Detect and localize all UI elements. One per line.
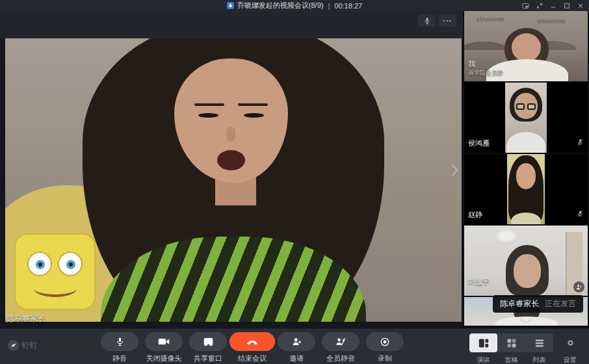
participants-sidebar: Womislife Womislife 我 商学院全员群 侯鸿雁 — [463, 11, 589, 328]
maximize-icon[interactable] — [564, 3, 570, 9]
participant-name: 我 — [468, 59, 475, 69]
video-background — [507, 154, 545, 224]
camera-off-button[interactable]: 关闭摄像头 — [142, 332, 186, 363]
mic-muted-icon — [577, 209, 584, 220]
gear-icon[interactable] — [565, 333, 576, 352]
dingtalk-brand: 钉钉 — [8, 340, 37, 351]
close-icon[interactable] — [577, 3, 584, 9]
camera-icon[interactable] — [145, 332, 183, 351]
record-icon[interactable] — [366, 332, 404, 351]
mute-button[interactable]: 静音 — [98, 332, 142, 363]
participant-group: 商学院全员群 — [468, 69, 503, 77]
mute-all-icon[interactable] — [322, 332, 360, 351]
toolbar-center-buttons: 静音 关闭摄像头 共享窗口 结束会议 — [98, 332, 407, 363]
settings-label: 设置 — [564, 356, 577, 364]
toast-speaker-name: 陈卓睿家长 — [500, 298, 539, 309]
bottom-toolbar: 钉钉 静音 关闭摄像头 共享窗口 — [0, 328, 589, 364]
participant-tile[interactable]: 刘傲宇 — [464, 226, 588, 296]
speaker-view-icon — [478, 338, 490, 348]
mute-all-button[interactable]: 全员静音 — [319, 332, 363, 363]
minimize-icon[interactable] — [550, 3, 556, 9]
spongebob-plush — [14, 233, 96, 310]
mic-muted-icon — [577, 137, 584, 149]
participant-name: 赵静 — [468, 210, 482, 220]
meeting-window: 乔晓娜发起的视频会议(8/9) | 00:18:27 ··· — [0, 0, 589, 364]
microphone-icon[interactable] — [101, 332, 138, 351]
share-window-icon[interactable] — [189, 332, 227, 351]
pip-icon[interactable] — [522, 3, 529, 9]
list-view-icon — [534, 339, 545, 348]
next-speaker-chevron-icon[interactable] — [449, 161, 460, 180]
end-call-icon[interactable] — [229, 332, 275, 351]
more-options-button[interactable]: ··· — [439, 15, 456, 27]
video-watermark: Womislife — [537, 18, 565, 25]
invite-button[interactable]: 邀请 — [274, 332, 319, 363]
toast-status: 正在发言 — [545, 298, 576, 309]
speaking-toast: 陈卓睿家长 正在发言 — [493, 295, 583, 313]
fullscreen-icon[interactable] — [536, 3, 543, 9]
participant-tile-me[interactable]: Womislife Womislife 我 商学院全员群 — [464, 11, 588, 81]
title-separator: | — [328, 2, 330, 10]
participant-tile[interactable]: 赵静 — [464, 154, 588, 224]
meeting-title: 乔晓娜发起的视频会议(8/9) — [237, 1, 324, 10]
view-switcher — [469, 333, 553, 352]
meeting-duration: 00:18:27 — [334, 2, 362, 10]
participant-name: 刘傲宇 — [468, 277, 490, 287]
titlebar: 乔晓娜发起的视频会议(8/9) | 00:18:27 — [0, 0, 589, 11]
video-background — [505, 83, 547, 153]
main-stage: ··· 陈卓睿家长 — [0, 11, 463, 328]
view-grid-label: 宫格 — [497, 356, 525, 364]
view-speaker-button[interactable] — [469, 333, 497, 352]
participant-tile[interactable]: 侯鸿雁 — [464, 83, 588, 153]
share-window-button[interactable]: 共享窗口 — [186, 332, 230, 363]
view-list-label: 列表 — [525, 356, 553, 364]
grid-view-icon — [506, 338, 517, 348]
record-button[interactable]: 录制 — [363, 332, 407, 363]
invite-icon[interactable] — [278, 332, 315, 351]
stage-top-strip — [0, 11, 463, 38]
dingtalk-brand-label: 钉钉 — [21, 340, 37, 351]
video-watermark: Womislife — [476, 16, 504, 23]
main-video-feed — [5, 38, 462, 322]
end-meeting-button[interactable]: 结束会议 — [230, 332, 274, 363]
lock-icon — [227, 2, 234, 9]
speaker-mic-button[interactable] — [418, 15, 436, 27]
scroll-down-chevron-icon[interactable] — [519, 315, 533, 327]
speaker-name-label: 陈卓睿家长 — [7, 313, 46, 324]
view-speaker-label: 演讲 — [469, 356, 497, 364]
mic-speaking-icon — [573, 281, 584, 292]
participant-name: 侯鸿雁 — [468, 138, 490, 148]
view-list-button[interactable] — [525, 333, 553, 352]
settings-button[interactable]: 设置 — [556, 333, 584, 364]
view-grid-button[interactable] — [497, 333, 525, 352]
dingtalk-logo-icon — [8, 340, 19, 351]
